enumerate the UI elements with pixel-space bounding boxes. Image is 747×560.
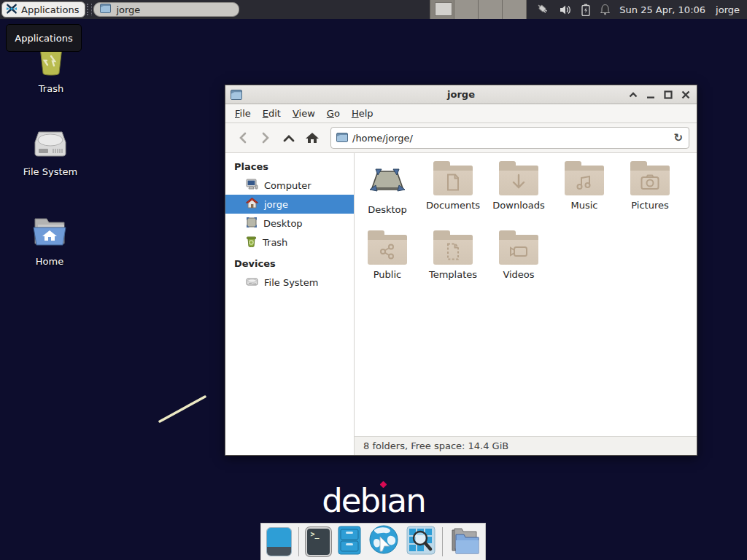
desktop-icon — [246, 217, 258, 230]
home-button[interactable] — [303, 128, 322, 147]
desktop-icon-label: File System — [23, 166, 77, 177]
sidebar-item-label: jorge — [264, 199, 288, 210]
folder-label: Desktop — [368, 204, 407, 215]
folder-item-music[interactable]: Music — [551, 159, 617, 228]
workspace-window-preview — [435, 2, 452, 16]
panel-grip[interactable] — [87, 4, 92, 15]
folder-item-templates[interactable]: Templates — [420, 228, 486, 298]
terminal-icon: >_ — [311, 530, 320, 538]
close-button[interactable] — [680, 90, 691, 101]
menu-help[interactable]: Help — [346, 105, 379, 122]
applications-menu-button[interactable]: Applications — [1, 1, 85, 18]
folder-label: Templates — [429, 269, 477, 280]
menu-file[interactable]: File — [229, 105, 257, 122]
menubar: File Edit View Go Help — [225, 104, 697, 123]
back-button[interactable] — [233, 128, 252, 147]
folder-view: Desktop Documents — [355, 153, 697, 436]
dock: >_ — [260, 523, 486, 560]
terminal-launcher[interactable]: >_ — [306, 527, 332, 556]
show-desktop-launcher[interactable] — [266, 527, 292, 556]
home-folder-icon — [31, 216, 69, 252]
user-menu[interactable]: jorge — [716, 4, 740, 15]
top-panel: Applications jorge — [0, 0, 747, 19]
drive-icon — [246, 276, 258, 289]
sidebar-item-label: File System — [264, 277, 318, 288]
applications-tooltip: Applications — [6, 24, 82, 52]
sidebar-item-desktop[interactable]: Desktop — [225, 214, 354, 233]
taskbar-window-label: jorge — [116, 4, 140, 15]
forward-button[interactable] — [256, 128, 275, 147]
stray-line — [153, 390, 214, 429]
taskbar-window-button[interactable]: jorge — [93, 2, 239, 17]
file-manager-window: jorge File Edit View Go Help — [225, 85, 697, 456]
statusbar: 8 folders, Free space: 14.4 GiB — [355, 436, 697, 455]
music-folder-icon — [565, 166, 604, 195]
folder-label: Documents — [426, 200, 480, 211]
network-icon[interactable] — [537, 4, 550, 15]
downloads-folder-icon — [499, 166, 538, 195]
folder-label: Public — [374, 269, 401, 280]
folder-item-documents[interactable]: Documents — [420, 159, 486, 228]
folder-label: Downloads — [492, 200, 544, 211]
menu-go[interactable]: Go — [321, 105, 346, 122]
folder-item-pictures[interactable]: Pictures — [617, 159, 683, 228]
folder-item-videos[interactable]: Videos — [486, 228, 551, 298]
minimize-button[interactable] — [645, 90, 656, 101]
folder-item-downloads[interactable]: Downloads — [486, 159, 551, 228]
path-bar[interactable]: /home/jorge/ ↻ — [330, 127, 689, 149]
file-manager-launcher[interactable] — [338, 526, 361, 558]
desktop-icon-file-system[interactable]: File System — [15, 128, 85, 177]
path-input[interactable]: /home/jorge/ — [352, 133, 673, 144]
desktop-icon-label: Trash — [39, 83, 63, 94]
menu-view[interactable]: View — [287, 105, 321, 122]
debian-wordmark-i: ı — [379, 481, 387, 520]
window-title: jorge — [447, 89, 475, 100]
documents-folder-icon — [433, 166, 473, 195]
desktop-surface-icon — [368, 163, 406, 200]
reload-icon[interactable]: ↻ — [673, 131, 683, 144]
volume-icon[interactable] — [560, 4, 572, 15]
notification-bell-icon[interactable] — [600, 4, 611, 15]
folders-launcher[interactable] — [449, 526, 480, 558]
folder-item-desktop[interactable]: Desktop — [355, 159, 420, 228]
applications-menu-label: Applications — [21, 4, 79, 15]
sidebar-item-jorge[interactable]: jorge — [225, 195, 354, 214]
sidebar-item-file-system[interactable]: File System — [225, 273, 354, 292]
computer-icon — [246, 179, 258, 192]
app-finder-launcher[interactable] — [406, 526, 436, 558]
web-browser-launcher[interactable] — [368, 524, 400, 559]
desktop-icon-home[interactable]: Home — [15, 216, 85, 267]
menu-edit[interactable]: Edit — [257, 105, 287, 122]
clock[interactable]: Sun 25 Apr, 10:06 — [619, 4, 705, 15]
folder-item-public[interactable]: Public — [355, 228, 420, 298]
window-folder-icon — [231, 89, 242, 103]
videos-folder-icon — [499, 235, 538, 265]
applications-menu-icon — [6, 3, 18, 17]
debian-wordmark-left: deb — [322, 481, 379, 520]
desktop-icon-label: Home — [36, 256, 63, 267]
titlebar[interactable]: jorge — [225, 85, 697, 104]
workspace-3[interactable] — [479, 0, 503, 19]
workspace-pager — [430, 0, 527, 19]
workspace-4[interactable] — [503, 0, 527, 19]
workspace-1[interactable] — [430, 0, 454, 19]
sidebar-item-computer[interactable]: Computer — [225, 176, 354, 195]
home-icon — [246, 198, 258, 211]
dock-separator — [298, 527, 299, 556]
taskbar-folder-icon — [100, 4, 111, 15]
shade-button[interactable] — [627, 90, 638, 101]
path-folder-icon — [336, 131, 348, 145]
up-button[interactable] — [279, 128, 298, 147]
pictures-folder-icon — [630, 166, 670, 195]
sidebar-item-label: Computer — [264, 180, 311, 191]
dock-separator — [442, 527, 443, 556]
folder-label: Pictures — [631, 200, 668, 211]
sidebar-header-devices: Devices — [225, 256, 354, 273]
battery-icon[interactable] — [581, 4, 590, 16]
sidebar-item-trash[interactable]: Trash — [225, 233, 354, 252]
public-folder-icon — [368, 235, 407, 265]
maximize-button[interactable] — [662, 90, 673, 101]
workspace-2[interactable] — [454, 0, 479, 19]
sidebar: Places Computer — [225, 153, 355, 455]
debian-wordmark-right: an — [387, 481, 425, 520]
